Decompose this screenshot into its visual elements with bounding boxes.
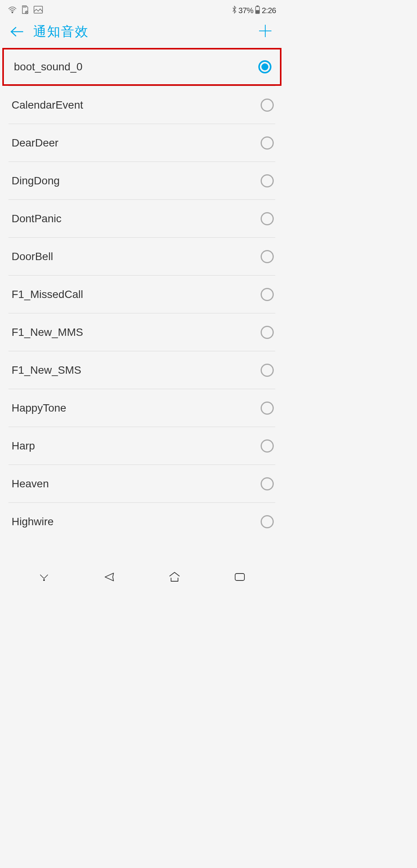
sound-item-label: F1_New_SMS [12, 364, 81, 376]
sound-item[interactable]: DoorBell [8, 237, 275, 275]
sound-list: boot_sound_0CalendarEventDearDeerDingDon… [0, 48, 284, 540]
status-bar: 37% 2:26 [0, 4, 284, 17]
sound-item-label: F1_New_MMS [12, 326, 83, 339]
radio-button[interactable] [261, 364, 274, 377]
back-button[interactable] [10, 26, 24, 37]
sound-item[interactable]: CalendarEvent [8, 86, 275, 124]
nav-keyboard-hide-button[interactable] [32, 569, 56, 585]
bluetooth-icon [232, 5, 237, 16]
radio-button[interactable] [261, 515, 274, 528]
radio-button[interactable] [261, 250, 274, 263]
sd-card-icon [21, 5, 29, 16]
nav-recent-button[interactable] [228, 569, 251, 585]
sound-item-label: DoorBell [12, 250, 53, 263]
radio-button[interactable] [261, 326, 274, 339]
sound-item[interactable]: Highwire [8, 502, 275, 540]
svg-rect-10 [256, 10, 259, 13]
sound-item[interactable]: DearDeer [8, 124, 275, 162]
sound-item[interactable]: F1_New_MMS [8, 313, 275, 351]
nav-back-button[interactable] [98, 569, 121, 585]
radio-button[interactable] [261, 477, 274, 490]
add-button[interactable] [258, 24, 272, 39]
radio-button[interactable] [261, 99, 274, 112]
picture-icon [33, 5, 43, 15]
svg-rect-15 [235, 574, 244, 580]
sound-item-label: CalendarEvent [12, 99, 83, 111]
sound-item-label: DontPanic [12, 213, 61, 225]
sound-item-label: boot_sound_0 [14, 61, 83, 73]
sound-item-label: Harp [12, 440, 35, 452]
svg-point-0 [12, 12, 13, 13]
radio-button[interactable] [261, 136, 274, 150]
radio-button[interactable] [261, 174, 274, 187]
svg-rect-9 [257, 6, 258, 7]
sound-item[interactable]: DingDong [8, 162, 275, 199]
sound-item[interactable]: F1_MissedCall [8, 275, 275, 313]
app-bar: 通知音效 [0, 20, 284, 43]
status-bar-right: 37% 2:26 [232, 5, 276, 16]
sound-item-label: HappyTone [12, 402, 66, 414]
sound-item[interactable]: Harp [8, 427, 275, 465]
sound-item[interactable]: boot_sound_0 [2, 48, 281, 86]
svg-point-14 [44, 580, 45, 581]
sound-item[interactable]: DontPanic [8, 199, 275, 237]
radio-button[interactable] [261, 212, 274, 225]
page-title: 通知音效 [33, 23, 89, 41]
sound-item-label: DingDong [12, 175, 60, 187]
sound-item[interactable]: HappyTone [8, 389, 275, 427]
sound-item-label: Highwire [12, 516, 54, 528]
battery-icon [255, 5, 260, 16]
time-text: 2:26 [262, 6, 276, 15]
navigation-bar [0, 563, 284, 591]
sound-item-label: F1_MissedCall [12, 288, 83, 301]
wifi-icon [8, 6, 17, 15]
radio-button[interactable] [261, 288, 274, 301]
radio-button[interactable] [261, 439, 274, 453]
sound-item[interactable]: F1_New_SMS [8, 351, 275, 389]
radio-button[interactable] [261, 402, 274, 415]
status-bar-left [8, 5, 43, 16]
battery-text: 37% [239, 6, 254, 15]
radio-button[interactable] [258, 60, 271, 73]
sound-item-label: Heaven [12, 478, 49, 490]
nav-home-button[interactable] [163, 569, 186, 585]
sound-item[interactable]: Heaven [8, 465, 275, 502]
app-bar-left: 通知音效 [10, 23, 89, 41]
sound-item-label: DearDeer [12, 137, 58, 149]
